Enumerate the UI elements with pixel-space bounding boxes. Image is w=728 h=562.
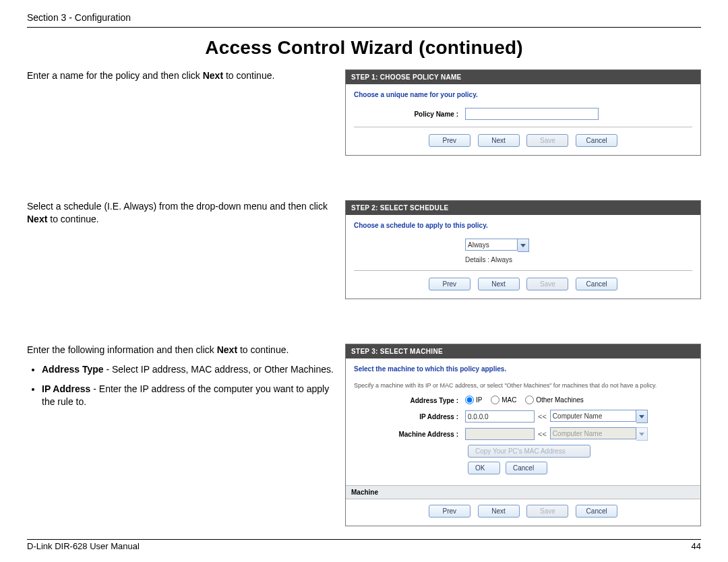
lt-icon: << <box>535 412 550 420</box>
step2-panel: STEP 2: SELECT SCHEDULE Choose a schedul… <box>345 200 701 299</box>
step1-text-bold: Next <box>203 70 223 81</box>
step1-text-pre: Enter a name for the policy and then cli… <box>27 70 203 81</box>
next-button[interactable]: Next <box>478 134 520 147</box>
cancel-button[interactable]: Cancel <box>506 462 547 474</box>
step3-panel: STEP 3: SELECT MACHINE Select the machin… <box>345 344 701 526</box>
step1-row: Enter a name for the policy and then cli… <box>27 69 701 156</box>
computer-name-select[interactable] <box>550 410 648 423</box>
step1-intro: Choose a unique name for your policy. <box>354 91 692 98</box>
step3-intro: Select the machine to which this policy … <box>354 365 692 373</box>
save-button: Save <box>526 505 568 518</box>
next-button[interactable]: Next <box>478 278 520 290</box>
step3-instruction: Enter the following information and then… <box>27 344 337 356</box>
policy-name-label: Policy Name : <box>354 111 465 118</box>
save-button: Save <box>526 278 568 290</box>
computer-name-select-disabled <box>550 427 648 441</box>
step2-text-bold: Next <box>27 214 47 224</box>
radio-mac-label: MAC <box>502 396 516 404</box>
page-number: 44 <box>692 541 701 551</box>
cancel-button[interactable]: Cancel <box>576 505 617 518</box>
radio-ip[interactable]: IP <box>465 396 482 404</box>
schedule-select[interactable] <box>465 239 529 252</box>
prev-button[interactable]: Prev <box>429 505 471 518</box>
schedule-details: Details : Always <box>354 256 692 263</box>
page-footer: D-Link DIR-628 User Manual 44 <box>27 539 701 551</box>
computer-name-value-disabled <box>550 427 636 439</box>
ip-address-input[interactable] <box>465 410 535 423</box>
step2-instruction: Select a schedule (I.E. Always) from the… <box>27 200 337 226</box>
radio-other-label: Other Machines <box>536 396 584 404</box>
save-button: Save <box>526 134 568 147</box>
machine-address-label: Machine Address : <box>354 431 465 438</box>
step2-text-pre: Select a schedule (I.E. Always) from the… <box>27 201 328 212</box>
prev-button[interactable]: Prev <box>429 134 471 147</box>
next-button[interactable]: Next <box>478 505 520 518</box>
ip-address-label: IP Address : <box>354 413 465 420</box>
bullet-address-type-bold: Address Type <box>42 364 104 375</box>
step1-panel: STEP 1: CHOOSE POLICY NAME Choose a uniq… <box>345 69 701 156</box>
machine-address-input <box>465 428 535 440</box>
copy-mac-button: Copy Your PC's MAC Address <box>468 445 590 458</box>
page-title: Access Control Wizard (continued) <box>27 37 701 59</box>
chevron-down-icon[interactable] <box>518 239 529 252</box>
schedule-select-value[interactable] <box>465 239 518 251</box>
step2-intro: Choose a schedule to apply to this polic… <box>354 222 692 229</box>
cancel-button[interactable]: Cancel <box>576 278 617 290</box>
bullet-ip-bold: IP Address <box>42 383 90 394</box>
details-label: Details : <box>465 256 489 263</box>
cancel-button[interactable]: Cancel <box>576 134 617 147</box>
address-type-label: Address Type : <box>354 397 465 404</box>
prev-button[interactable]: Prev <box>429 278 471 290</box>
ok-button[interactable]: OK <box>468 462 500 474</box>
machine-subheader: Machine <box>346 485 700 499</box>
manual-name: D-Link DIR-628 User Manual <box>27 541 140 551</box>
step1-header: STEP 1: CHOOSE POLICY NAME <box>346 70 700 84</box>
policy-name-input[interactable] <box>465 108 599 120</box>
step2-row: Select a schedule (I.E. Always) from the… <box>27 200 701 299</box>
section-header: Section 3 - Configuration <box>27 12 701 28</box>
radio-other[interactable]: Other Machines <box>525 396 584 404</box>
chevron-down-icon <box>636 427 648 441</box>
bullet-address-type: Address Type - Select IP address, MAC ad… <box>42 363 337 376</box>
step1-instruction: Enter a name for the policy and then cli… <box>27 69 337 82</box>
step3-note: Specify a machine with its IP or MAC add… <box>354 382 692 389</box>
step3-header: STEP 3: SELECT MACHINE <box>346 344 700 358</box>
chevron-down-icon[interactable] <box>636 410 648 423</box>
bullet-ip-address: IP Address - Enter the IP address of the… <box>42 383 337 408</box>
lt-icon: << <box>535 430 550 438</box>
radio-ip-label: IP <box>476 396 482 404</box>
step3-text-post: to continue. <box>237 344 289 355</box>
step3-text-pre: Enter the following information and then… <box>27 344 217 355</box>
step3-row: Enter the following information and then… <box>27 344 701 526</box>
bullet-address-type-text: - Select IP address, MAC address, or Oth… <box>104 364 334 375</box>
computer-name-value[interactable] <box>550 410 636 422</box>
step2-text-post: to continue. <box>47 214 98 224</box>
radio-mac[interactable]: MAC <box>491 396 516 404</box>
step1-text-post: to continue. <box>223 70 274 81</box>
details-value: Always <box>491 256 512 263</box>
step3-text-bold: Next <box>217 344 237 355</box>
step2-header: STEP 2: SELECT SCHEDULE <box>346 201 700 215</box>
